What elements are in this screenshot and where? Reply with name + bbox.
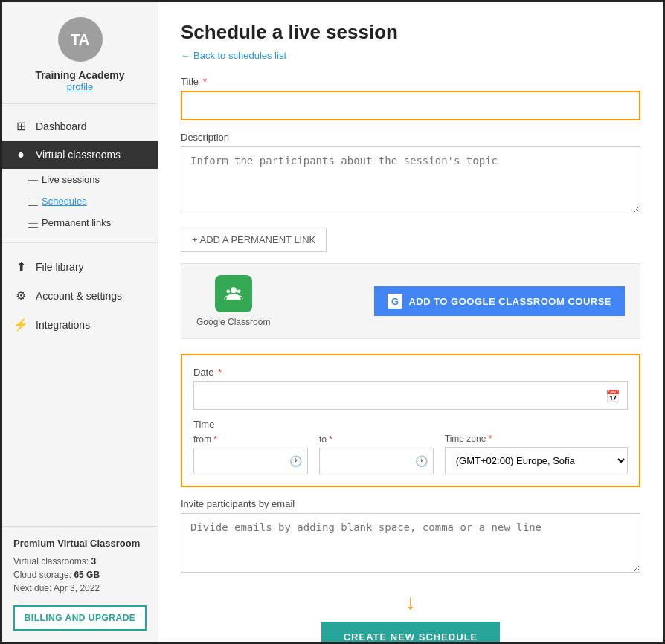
calendar-icon: 📅 bbox=[605, 389, 620, 403]
sidebar-item-virtual-classrooms[interactable]: ● Virtual classrooms bbox=[2, 141, 158, 169]
sidebar-nav: ⊞ Dashboard ● Virtual classrooms — Live … bbox=[2, 104, 158, 526]
back-link[interactable]: Back to schedules list bbox=[181, 50, 286, 61]
sidebar-item-permanent-links[interactable]: — Permanent links bbox=[2, 212, 158, 234]
timezone-label: Time zone * bbox=[445, 434, 628, 444]
sidebar: TA Training Academy profile ⊞ Dashboard … bbox=[2, 2, 158, 642]
sidebar-bottom: Premium Virtual Classroom Virtual classr… bbox=[2, 526, 158, 642]
title-label: Title * bbox=[181, 76, 640, 87]
app-container: TA Training Academy profile ⊞ Dashboard … bbox=[0, 0, 665, 644]
arrow-down-icon: ↓ bbox=[181, 590, 640, 614]
sidebar-item-label: Account & settings bbox=[36, 290, 122, 302]
sidebar-item-file-library[interactable]: ⬆ File library bbox=[2, 252, 158, 281]
description-label: Description bbox=[181, 132, 640, 143]
virtual-classrooms-info: Virtual classrooms: 3 bbox=[13, 556, 147, 567]
date-input-wrap: 📅 bbox=[193, 381, 628, 410]
date-label: Date * bbox=[193, 367, 628, 378]
add-to-google-classroom-button[interactable]: G ADD TO GOOGLE CLASSROOM COURSE bbox=[374, 286, 625, 316]
svg-point-2 bbox=[226, 289, 230, 293]
timezone-select[interactable]: (GMT+02:00) Europe, Sofia bbox=[445, 447, 628, 474]
create-schedule-button[interactable]: CREATE NEW SCHEDULE bbox=[321, 622, 501, 642]
timezone-field: Time zone * (GMT+02:00) Europe, Sofia bbox=[445, 434, 628, 474]
gc-left: Google Classroom bbox=[196, 275, 270, 327]
invite-label: Invite participants by email bbox=[181, 498, 640, 509]
settings-icon: ⚙ bbox=[13, 289, 28, 303]
sidebar-item-label: File library bbox=[36, 261, 84, 273]
clock-icon: 🕐 bbox=[289, 455, 302, 467]
sidebar-profile: TA Training Academy profile bbox=[2, 2, 158, 104]
time-label: Time bbox=[193, 419, 628, 430]
sub-dash: — bbox=[28, 196, 38, 207]
sub-dash: — bbox=[28, 217, 38, 228]
sidebar-item-label: Virtual classrooms bbox=[36, 149, 121, 161]
sidebar-item-integrations[interactable]: ⚡ Integrations bbox=[2, 310, 158, 339]
time-from-field: from * 🕐 bbox=[193, 434, 308, 474]
time-to-input-wrap: 🕐 bbox=[319, 448, 434, 474]
google-g-icon: G bbox=[388, 294, 402, 309]
sub-dash: — bbox=[28, 174, 38, 185]
premium-title: Premium Virtual Classroom bbox=[13, 538, 147, 549]
sidebar-item-label: Integrations bbox=[36, 319, 90, 331]
add-permanent-link-button[interactable]: + ADD A PERMANENT LINK bbox=[181, 228, 327, 252]
date-time-section: Date * 📅 Time from * bbox=[181, 354, 640, 487]
main-content: Schedule a live session Back to schedule… bbox=[158, 2, 663, 642]
date-field: Date * 📅 bbox=[193, 367, 628, 410]
title-input[interactable] bbox=[181, 91, 640, 120]
time-section: Time from * 🕐 to * bbox=[193, 419, 628, 474]
google-classroom-section: Google Classroom G ADD TO GOOGLE CLASSRO… bbox=[181, 263, 640, 339]
next-due-info: Next due: Apr 3, 2022 bbox=[13, 583, 147, 593]
permanent-links-label: Permanent links bbox=[42, 217, 111, 228]
dashboard-icon: ⊞ bbox=[13, 119, 28, 133]
time-from-input-wrap: 🕐 bbox=[193, 448, 308, 474]
title-section: Title * bbox=[181, 76, 640, 120]
date-input[interactable] bbox=[193, 381, 628, 410]
integrations-icon: ⚡ bbox=[13, 318, 28, 332]
time-to-field: to * 🕐 bbox=[319, 434, 434, 474]
clock-icon-2: 🕐 bbox=[415, 455, 428, 467]
sidebar-item-account-settings[interactable]: ⚙ Account & settings bbox=[2, 281, 158, 310]
avatar: TA bbox=[58, 17, 103, 62]
description-textarea[interactable] bbox=[181, 146, 640, 213]
time-row: from * 🕐 to * 🕐 bbox=[193, 434, 628, 474]
billing-upgrade-button[interactable]: BILLING AND UPGRADE bbox=[13, 605, 147, 631]
live-sessions-label: Live sessions bbox=[42, 174, 100, 185]
google-classroom-icon bbox=[215, 275, 252, 312]
cloud-storage-info: Cloud storage: 65 GB bbox=[13, 570, 147, 580]
gc-label: Google Classroom bbox=[196, 317, 270, 327]
svg-point-1 bbox=[231, 287, 237, 293]
svg-point-3 bbox=[237, 289, 240, 293]
sidebar-item-live-sessions[interactable]: — Live sessions bbox=[2, 169, 158, 190]
description-section: Description bbox=[181, 132, 640, 216]
virtual-classrooms-icon: ● bbox=[13, 148, 28, 161]
schedules-label[interactable]: Schedules bbox=[42, 196, 87, 207]
invite-section: Invite participants by email bbox=[181, 498, 640, 576]
page-title: Schedule a live session bbox=[181, 21, 640, 44]
sidebar-item-label: Dashboard bbox=[36, 120, 87, 132]
time-from-label: from * bbox=[193, 434, 308, 445]
file-library-icon: ⬆ bbox=[13, 260, 28, 274]
sidebar-item-dashboard[interactable]: ⊞ Dashboard bbox=[2, 112, 158, 141]
profile-link[interactable]: profile bbox=[67, 81, 93, 92]
profile-name: Training Academy bbox=[35, 69, 124, 81]
invite-textarea[interactable] bbox=[181, 513, 640, 573]
sidebar-item-schedules[interactable]: — Schedules bbox=[2, 190, 158, 212]
time-to-label: to * bbox=[319, 434, 434, 445]
